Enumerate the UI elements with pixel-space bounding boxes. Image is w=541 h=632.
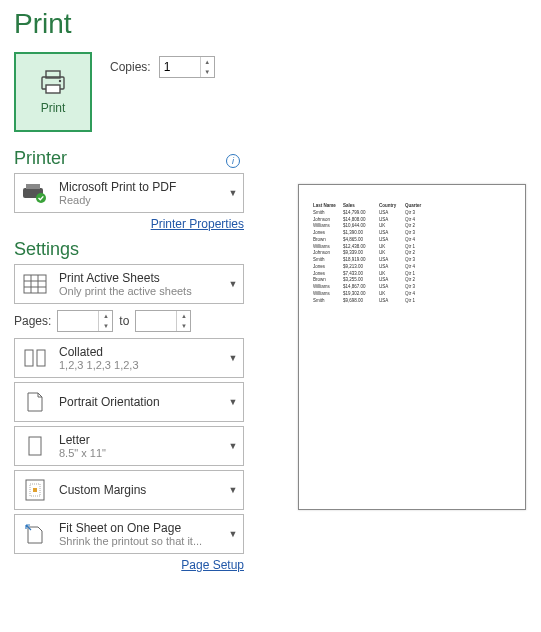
collate-dropdown[interactable]: Collated 1,2,3 1,2,3 1,2,3 ▼	[14, 338, 244, 378]
print-what-line2: Only print the active sheets	[59, 285, 219, 297]
page-setup-link[interactable]: Page Setup	[181, 558, 244, 572]
settings-heading: Settings	[14, 239, 270, 260]
copies-label: Copies:	[110, 60, 151, 74]
orientation-line1: Portrait Orientation	[59, 395, 219, 409]
copies-down-icon[interactable]: ▼	[201, 67, 214, 77]
pages-from-spinbox[interactable]: ▲▼	[57, 310, 113, 332]
svg-rect-7	[24, 275, 46, 293]
print-button-label: Print	[41, 101, 66, 115]
collate-line1: Collated	[59, 345, 219, 359]
pages-to-spinbox[interactable]: ▲▼	[135, 310, 191, 332]
chevron-down-icon: ▼	[223, 279, 243, 289]
printer-heading: Printer	[14, 148, 67, 169]
paper-line1: Letter	[59, 433, 219, 447]
chevron-down-icon: ▼	[223, 441, 243, 451]
preview-sheet: Last NameSalesCountryQuarterSmith$14,799…	[313, 203, 511, 304]
svg-rect-2	[46, 85, 60, 93]
chevron-down-icon: ▼	[223, 353, 243, 363]
down-icon[interactable]: ▼	[99, 321, 112, 331]
paper-line2: 8.5" x 11"	[59, 447, 219, 459]
chevron-down-icon: ▼	[223, 397, 243, 407]
chevron-down-icon: ▼	[223, 529, 243, 539]
page-title: Print	[14, 8, 270, 40]
margins-line1: Custom Margins	[59, 483, 219, 497]
printer-name: Microsoft Print to PDF	[59, 180, 219, 194]
svg-rect-13	[37, 350, 45, 366]
portrait-icon	[15, 383, 55, 421]
collate-line2: 1,2,3 1,2,3 1,2,3	[59, 359, 219, 371]
info-icon[interactable]: i	[226, 154, 240, 168]
pages-label: Pages:	[14, 314, 51, 328]
copies-spinbox[interactable]: ▲ ▼	[159, 56, 215, 78]
print-button[interactable]: Print	[14, 52, 92, 132]
printer-status-icon	[15, 174, 55, 212]
printer-status: Ready	[59, 194, 219, 206]
sheets-icon	[15, 265, 55, 303]
svg-rect-14	[29, 437, 41, 455]
chevron-down-icon: ▼	[223, 485, 243, 495]
pages-to-label: to	[119, 314, 129, 328]
svg-rect-17	[33, 488, 37, 492]
margins-icon	[15, 471, 55, 509]
orientation-dropdown[interactable]: Portrait Orientation ▼	[14, 382, 244, 422]
up-icon[interactable]: ▲	[177, 311, 190, 321]
scaling-line1: Fit Sheet on One Page	[59, 521, 219, 535]
chevron-down-icon: ▼	[223, 188, 243, 198]
svg-rect-5	[26, 184, 40, 189]
fit-page-icon	[15, 515, 55, 553]
scaling-dropdown[interactable]: Fit Sheet on One Page Shrink the printou…	[14, 514, 244, 554]
print-what-dropdown[interactable]: Print Active Sheets Only print the activ…	[14, 264, 244, 304]
paper-icon	[15, 427, 55, 465]
printer-properties-link[interactable]: Printer Properties	[151, 217, 244, 231]
copies-input[interactable]	[160, 57, 200, 77]
pages-to-input[interactable]	[136, 311, 176, 331]
margins-dropdown[interactable]: Custom Margins ▼	[14, 470, 244, 510]
svg-rect-12	[25, 350, 33, 366]
paper-dropdown[interactable]: Letter 8.5" x 11" ▼	[14, 426, 244, 466]
collate-icon	[15, 339, 55, 377]
copies-up-icon[interactable]: ▲	[201, 57, 214, 67]
print-what-line1: Print Active Sheets	[59, 271, 219, 285]
pages-from-input[interactable]	[58, 311, 98, 331]
printer-icon	[38, 69, 68, 95]
printer-dropdown[interactable]: Microsoft Print to PDF Ready ▼	[14, 173, 244, 213]
down-icon[interactable]: ▼	[177, 321, 190, 331]
print-preview: Last NameSalesCountryQuarterSmith$14,799…	[298, 184, 526, 510]
up-icon[interactable]: ▲	[99, 311, 112, 321]
scaling-line2: Shrink the printout so that it...	[59, 535, 219, 547]
svg-point-3	[59, 80, 61, 82]
